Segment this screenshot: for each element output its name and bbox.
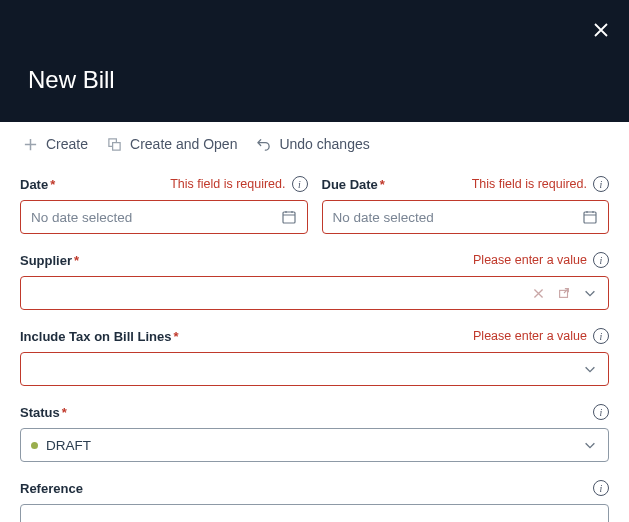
info-icon[interactable]: i bbox=[593, 252, 609, 268]
chevron-down-icon bbox=[582, 361, 598, 377]
includetax-field-group: Include Tax on Bill Lines* Please enter … bbox=[20, 326, 609, 386]
undo-icon bbox=[255, 136, 271, 152]
duedate-input[interactable]: No date selected bbox=[322, 200, 610, 234]
supplier-label: Supplier* bbox=[20, 253, 79, 268]
create-open-button[interactable]: Create and Open bbox=[106, 136, 237, 152]
status-select[interactable]: DRAFT bbox=[20, 428, 609, 462]
status-field-group: Status* i DRAFT bbox=[20, 402, 609, 462]
clear-icon[interactable] bbox=[530, 285, 546, 301]
chevron-down-icon bbox=[582, 437, 598, 453]
info-icon[interactable]: i bbox=[593, 480, 609, 496]
supplier-select[interactable] bbox=[20, 276, 609, 310]
page-title: New Bill bbox=[28, 66, 115, 94]
status-value: DRAFT bbox=[46, 438, 91, 453]
includetax-error: Please enter a value bbox=[473, 329, 587, 343]
info-icon[interactable]: i bbox=[292, 176, 308, 192]
duedate-field-group: Due Date* This field is required. i No d… bbox=[322, 174, 610, 234]
toolbar: Create Create and Open Undo changes bbox=[0, 122, 629, 166]
plus-icon bbox=[22, 136, 38, 152]
date-error: This field is required. bbox=[170, 177, 285, 191]
duedate-placeholder: No date selected bbox=[333, 210, 583, 225]
info-icon[interactable]: i bbox=[593, 176, 609, 192]
form: Date* This field is required. i No date … bbox=[0, 166, 629, 522]
calendar-icon bbox=[281, 209, 297, 225]
close-button[interactable] bbox=[591, 20, 611, 40]
undo-label: Undo changes bbox=[279, 136, 369, 152]
reference-input[interactable] bbox=[31, 505, 598, 522]
svg-rect-2 bbox=[283, 212, 295, 223]
svg-rect-3 bbox=[584, 212, 596, 223]
status-dot-icon bbox=[31, 442, 38, 449]
create-open-label: Create and Open bbox=[130, 136, 237, 152]
reference-label: Reference bbox=[20, 481, 83, 496]
info-icon[interactable]: i bbox=[593, 328, 609, 344]
info-icon[interactable]: i bbox=[593, 404, 609, 420]
date-field-group: Date* This field is required. i No date … bbox=[20, 174, 308, 234]
create-open-icon bbox=[106, 136, 122, 152]
calendar-icon bbox=[582, 209, 598, 225]
reference-field-group: Reference i bbox=[20, 478, 609, 522]
supplier-error: Please enter a value bbox=[473, 253, 587, 267]
includetax-select[interactable] bbox=[20, 352, 609, 386]
date-label: Date* bbox=[20, 177, 55, 192]
close-icon bbox=[593, 22, 609, 38]
create-label: Create bbox=[46, 136, 88, 152]
open-external-icon[interactable] bbox=[556, 285, 572, 301]
reference-input-wrapper bbox=[20, 504, 609, 522]
create-button[interactable]: Create bbox=[22, 136, 88, 152]
svg-rect-1 bbox=[112, 142, 120, 150]
chevron-down-icon bbox=[582, 285, 598, 301]
date-input[interactable]: No date selected bbox=[20, 200, 308, 234]
duedate-label: Due Date* bbox=[322, 177, 385, 192]
status-label: Status* bbox=[20, 405, 67, 420]
supplier-field-group: Supplier* Please enter a value i bbox=[20, 250, 609, 310]
duedate-error: This field is required. bbox=[472, 177, 587, 191]
modal-header: New Bill bbox=[0, 0, 629, 122]
includetax-label: Include Tax on Bill Lines* bbox=[20, 329, 179, 344]
undo-button[interactable]: Undo changes bbox=[255, 136, 369, 152]
date-placeholder: No date selected bbox=[31, 210, 281, 225]
